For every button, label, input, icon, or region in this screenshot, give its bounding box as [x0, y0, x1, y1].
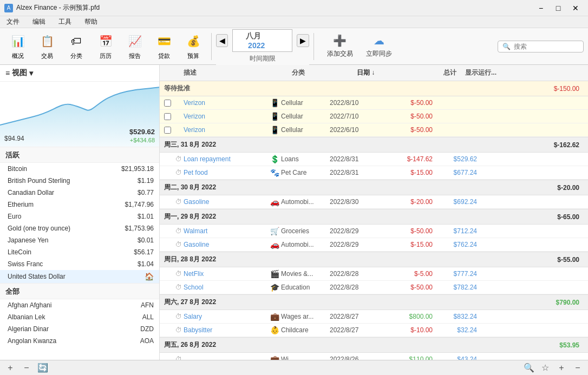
- table-row[interactable]: ⏱ Gasoline 🚗 Automobi... 2022/8/30 $-20.…: [160, 195, 588, 209]
- tx-running: $832.24: [433, 313, 481, 320]
- account-jpy[interactable]: Japanese Yen $0.01: [0, 234, 159, 246]
- tx-description: Salary: [184, 313, 270, 320]
- add-account-button[interactable]: +: [4, 362, 16, 374]
- search-input[interactable]: [514, 43, 579, 50]
- account-gbp[interactable]: British Pound Sterling $1.19: [0, 175, 159, 187]
- add-transaction-button[interactable]: ➕ 添加交易: [327, 34, 353, 58]
- remove-account-button[interactable]: −: [21, 362, 32, 374]
- add-transaction-bottom-button[interactable]: +: [556, 362, 567, 374]
- clock-icon: ⏱: [174, 326, 184, 334]
- col-header-total[interactable]: 总计: [407, 68, 461, 77]
- search-transaction-button[interactable]: 🔍: [523, 362, 535, 374]
- favorite-button[interactable]: ☆: [539, 362, 551, 374]
- toolbar-transactions[interactable]: 📋 交易: [34, 31, 61, 62]
- clock-icon: ⏱: [174, 284, 184, 291]
- account-ltc[interactable]: LiteCoin $56.17: [0, 246, 159, 258]
- tx-category: Pet Care: [281, 169, 330, 176]
- table-row[interactable]: ⏱ School 🎓 Education 2022/8/28 $-50.00 $…: [160, 281, 588, 294]
- toolbar-budget-label: 预算: [187, 52, 199, 60]
- account-chf[interactable]: Swiss Franc $1.04: [0, 258, 159, 270]
- tx-date: 2022/8/29: [330, 227, 384, 235]
- tx-checkbox[interactable]: [164, 113, 174, 120]
- titlebar-controls: − □ ✕: [533, 3, 584, 14]
- tx-total: $-50.00: [384, 113, 433, 120]
- clock-icon: ⏱: [174, 155, 184, 163]
- account-dzd[interactable]: Algerian Dinar DZD: [0, 323, 159, 335]
- toolbar-budget[interactable]: 💰 预算: [180, 31, 207, 62]
- minimize-button[interactable]: −: [533, 3, 549, 14]
- tx-date: 2022/8/28: [330, 284, 384, 291]
- col-header-date[interactable]: 日期 ↓: [352, 68, 407, 77]
- tx-running: $712.24: [433, 227, 481, 235]
- col-header-desc[interactable]: 描述: [179, 68, 288, 77]
- table-row[interactable]: ⏱ ... 💼 Wi... 2022/8/26 $110.00 $43.24: [160, 353, 588, 360]
- account-afn[interactable]: Afghan Afghani AFN: [0, 299, 159, 311]
- chart-area: $94.94 $529.62 +$434.68: [0, 82, 159, 147]
- table-row[interactable]: ⏱ Loan repayment 💲 Loans 2022/8/31 $-147…: [160, 153, 588, 166]
- add-transaction-label: 添加交易: [327, 49, 353, 58]
- account-all[interactable]: Albanian Lek ALL: [0, 311, 159, 323]
- group-header-aug26: 周五, 26 8月 2022 $53.95: [160, 337, 588, 353]
- account-aoa[interactable]: Angolan Kwanza AOA: [0, 335, 159, 347]
- tx-description: Babysitter: [184, 326, 270, 334]
- table-row[interactable]: Verizon 📱 Cellular 2022/7/10 $-50.00: [160, 110, 588, 123]
- nav-next-button[interactable]: ▶: [297, 34, 309, 47]
- table-row[interactable]: ⏱ Gasoline 🚗 Automobi... 2022/8/29 $-15.…: [160, 238, 588, 252]
- menu-file[interactable]: 文件: [4, 16, 22, 28]
- group-header-aug29: 周一, 29 8月 2022 $-65.00: [160, 209, 588, 225]
- menu-help[interactable]: 帮助: [82, 16, 100, 28]
- categories-icon: 🏷: [68, 32, 85, 50]
- account-usd[interactable]: United States Dollar 🏠: [0, 270, 159, 283]
- tx-total: $110.00: [384, 356, 433, 360]
- table-row[interactable]: ⏱ Salary 💼 Wages ar... 2022/8/27 $800.00…: [160, 310, 588, 324]
- pending-group-header: 等待批准 $-150.00: [160, 81, 588, 96]
- account-euro[interactable]: Euro $1.01: [0, 210, 159, 222]
- toolbar-overview[interactable]: 📊 概况: [4, 31, 31, 62]
- toolbar-categories[interactable]: 🏷 分类: [63, 31, 90, 62]
- sidebar: ≡ 视图 ▾ $94.94 $529.62 +$434.68: [0, 65, 160, 360]
- group-header-aug30: 周二, 30 8月 2022 $-20.00: [160, 180, 588, 195]
- toolbar-loans[interactable]: 💳 贷款: [151, 31, 178, 62]
- group-total: $-162.62: [554, 141, 584, 149]
- account-bitcoin[interactable]: Bitcoin $21,953.18: [0, 163, 159, 175]
- refresh-button[interactable]: 🔄: [37, 362, 49, 374]
- nav-prev-button[interactable]: ◀: [216, 34, 228, 47]
- tx-date: 2022/8/31: [330, 169, 384, 176]
- table-row[interactable]: ⏱ Babysitter 👶 Childcare 2022/8/27 $-10.…: [160, 324, 588, 337]
- table-row[interactable]: ⏱ NetFlix 🎬 Movies &... 2022/8/28 $-5.00…: [160, 267, 588, 281]
- col-header-running[interactable]: 显示运行...: [461, 68, 515, 77]
- table-row[interactable]: ⏱ Walmart 🛒 Groceries 2022/8/29 $-50.00 …: [160, 225, 588, 238]
- menubar: 文件 编辑 工具 帮助: [0, 16, 588, 28]
- view-button[interactable]: ≡ 视图 ▾: [5, 68, 33, 78]
- account-cad[interactable]: Canadian Dollar $0.77: [0, 187, 159, 199]
- tx-category-icon: 👶: [270, 326, 281, 334]
- group-header-aug31: 周三, 31 8月 2022 $-162.62: [160, 137, 588, 153]
- bottom-left: + − 🔄: [4, 362, 49, 374]
- toolbar-calendar[interactable]: 📅 历历: [92, 31, 119, 62]
- tx-checkbox[interactable]: [164, 127, 174, 134]
- maximize-button[interactable]: □: [550, 3, 566, 14]
- account-eth[interactable]: Etherium $1,747.96: [0, 199, 159, 210]
- clock-icon: ⏱: [174, 198, 184, 206]
- tx-description: Verizon: [184, 113, 270, 120]
- tx-total: $-10.00: [384, 326, 433, 334]
- menu-tools[interactable]: 工具: [56, 16, 74, 28]
- sync-button[interactable]: ☁ 立即同步: [366, 34, 392, 58]
- col-header-cat[interactable]: 分类: [288, 68, 352, 77]
- chart-right-value: $529.62: [129, 128, 155, 136]
- menu-edit[interactable]: 编辑: [30, 16, 48, 28]
- tx-total: $-50.00: [384, 126, 433, 134]
- clock-icon: ⏱: [174, 356, 184, 360]
- close-button[interactable]: ✕: [567, 3, 584, 14]
- tx-checkbox[interactable]: [164, 100, 174, 107]
- tx-running: $782.24: [433, 284, 481, 291]
- tx-category-icon: 🎓: [270, 283, 281, 292]
- account-gold[interactable]: Gold (one troy ounce) $1,753.96: [0, 222, 159, 234]
- table-row[interactable]: ⏱ Pet food 🐾 Pet Care 2022/8/31 $-15.00 …: [160, 166, 588, 180]
- remove-transaction-button[interactable]: −: [572, 362, 584, 374]
- table-row[interactable]: Verizon 📱 Cellular 2022/6/10 $-50.00: [160, 123, 588, 137]
- toolbar-calendar-label: 历历: [100, 52, 112, 60]
- toolbar-reports[interactable]: 📈 报告: [121, 31, 148, 62]
- tx-date: 2022/6/10: [330, 126, 384, 134]
- table-row[interactable]: Verizon 📱 Cellular 2022/8/10 $-50.00: [160, 96, 588, 110]
